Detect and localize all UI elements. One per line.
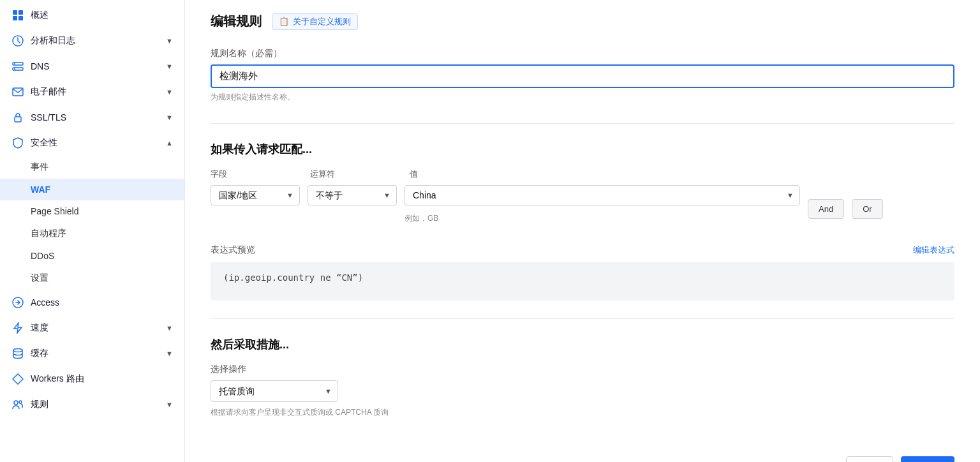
sidebar-label-cache: 缓存 (31, 348, 48, 359)
book-icon: 📋 (279, 17, 289, 26)
if-match-section: 如果传入请求匹配... 字段 运算符 值 国家/地区 IP地址 URI路径 主机… (211, 142, 954, 224)
rule-name-input[interactable] (211, 64, 954, 88)
country-select-wrapper: China United States Germany France Japan… (405, 185, 800, 205)
operator-select[interactable]: 等于 不等于 包含 不包含 (308, 185, 397, 205)
svg-point-7 (14, 63, 15, 64)
field-labels-row: 字段 运算符 值 (211, 168, 954, 180)
sidebar-item-ssltls[interactable]: SSL/TLS ▼ (0, 105, 184, 130)
sidebar-label-email: 电子邮件 (31, 86, 66, 98)
svg-point-8 (14, 68, 15, 70)
country-select[interactable]: China United States Germany France Japan (405, 185, 800, 205)
email-icon (11, 86, 24, 98)
expression-preview-section: 表达式预览 编辑表达式 (ip.geoip.country ne “CN”) (211, 244, 954, 301)
chevron-down-icon: ▼ (166, 324, 173, 332)
chevron-down-icon: ▼ (166, 350, 173, 357)
action-hint-text: 根据请求向客户呈现非交互式质询或 CAPTCHA 质询 (211, 407, 954, 418)
action-select-wrapper: 托管质询 阻止 允许 JS质询 绕过 记录 ▼ (211, 380, 338, 402)
sidebar-item-dns[interactable]: DNS ▼ (0, 54, 184, 79)
sidebar-label-speed: 速度 (31, 322, 48, 334)
sidebar-sub-item-waf[interactable]: WAF (0, 179, 184, 200)
sidebar-item-workers[interactable]: Workers 路由 (0, 366, 184, 392)
about-custom-rules-link[interactable]: 📋 关于自定义规则 (272, 13, 358, 30)
expression-header: 表达式预览 编辑表达式 (211, 244, 954, 256)
field-select[interactable]: 国家/地区 IP地址 URI路径 主机名 (211, 185, 300, 205)
sidebar: 概述 分析和日志 ▼ DNS ▼ 电子邮件 ▼ SSL/TLS ▼ 安全性 ▲ (0, 0, 185, 462)
users-icon (11, 398, 24, 411)
sidebar-item-cache[interactable]: 缓存 ▼ (0, 341, 184, 366)
main-content: 编辑规则 📋 关于自定义规则 规则名称（必需） 为规则指定描述性名称。 如果传入… (185, 0, 980, 462)
svg-rect-3 (19, 16, 23, 20)
about-link-label: 关于自定义规则 (293, 16, 351, 27)
sidebar-sub-item-pageshield[interactable]: Page Shield (0, 200, 184, 222)
sidebar-sub-label-ddos: DDoS (31, 251, 54, 261)
chevron-up-icon: ▲ (166, 139, 173, 147)
sidebar-sub-label-pageshield: Page Shield (31, 206, 79, 216)
svg-rect-2 (13, 16, 17, 20)
action-section: 然后采取措施... 选择操作 托管质询 阻止 允许 JS质询 绕过 记录 ▼ 根… (211, 337, 954, 418)
lock-icon (11, 111, 24, 124)
action-select[interactable]: 托管质询 阻止 允许 JS质询 绕过 记录 (211, 380, 338, 402)
svg-rect-9 (13, 88, 23, 96)
footer-buttons: 取消 保存 (211, 443, 954, 462)
chevron-down-icon: ▼ (166, 401, 173, 408)
svg-marker-12 (14, 323, 22, 333)
sidebar-sub-label-settings: 设置 (31, 272, 48, 284)
svg-point-16 (19, 401, 22, 403)
field-col-label: 字段 (211, 168, 305, 180)
operator-col-label: 运算符 (310, 168, 405, 180)
sidebar-sub-label-events: 事件 (31, 161, 48, 173)
cancel-button[interactable]: 取消 (846, 456, 893, 462)
sidebar-sub-label-waf: WAF (31, 184, 50, 195)
sidebar-sub-item-bot[interactable]: 自动程序 (0, 222, 184, 245)
clock-icon (11, 34, 24, 47)
sidebar-item-rules[interactable]: 规则 ▼ (0, 392, 184, 417)
grid-icon (11, 9, 24, 22)
page-title: 编辑规则 (211, 13, 262, 30)
sidebar-item-access[interactable]: Access (0, 290, 184, 315)
action-select-label: 选择操作 (211, 364, 954, 375)
country-example-text: 例如，GB (405, 213, 800, 224)
sidebar-item-analytics[interactable]: 分析和日志 ▼ (0, 28, 184, 54)
sidebar-item-overview[interactable]: 概述 (0, 3, 184, 28)
field-select-wrapper: 国家/地区 IP地址 URI路径 主机名 ▼ (211, 185, 300, 205)
sidebar-sub-item-settings[interactable]: 设置 (0, 267, 184, 290)
sidebar-label-workers: Workers 路由 (31, 373, 84, 385)
svg-rect-0 (13, 10, 17, 15)
expression-preview-label: 表达式预览 (211, 244, 255, 256)
dns-icon (11, 60, 24, 73)
rule-name-label: 规则名称（必需） (211, 48, 954, 59)
expression-value: (ip.geoip.country ne “CN”) (223, 272, 363, 283)
and-button[interactable]: And (808, 199, 844, 219)
sidebar-item-security[interactable]: 安全性 ▲ (0, 130, 184, 156)
sidebar-label-access: Access (31, 297, 59, 308)
svg-marker-14 (13, 374, 23, 384)
sidebar-sub-item-events[interactable]: 事件 (0, 156, 184, 179)
sidebar-label-overview: 概述 (31, 10, 48, 21)
svg-rect-1 (19, 10, 23, 15)
sidebar-sub-item-ddos[interactable]: DDoS (0, 245, 184, 267)
database-icon (11, 347, 24, 360)
sidebar-item-speed[interactable]: 速度 ▼ (0, 315, 184, 341)
action-heading: 然后采取措施... (211, 337, 954, 352)
sidebar-label-security: 安全性 (31, 137, 57, 149)
sidebar-item-email[interactable]: 电子邮件 ▼ (0, 79, 184, 105)
expression-box: (ip.geoip.country ne “CN”) (211, 262, 954, 301)
svg-point-13 (13, 349, 22, 352)
rule-name-section: 规则名称（必需） 为规则指定描述性名称。 (211, 48, 954, 103)
svg-rect-10 (15, 117, 21, 122)
sidebar-label-rules: 规则 (31, 399, 48, 410)
shield-icon (11, 137, 24, 149)
sidebar-sub-label-bot: 自动程序 (31, 228, 66, 239)
value-col-label: 值 (410, 168, 418, 180)
condition-row: 国家/地区 IP地址 URI路径 主机名 ▼ 等于 不等于 包含 不包含 ▼ (211, 185, 954, 224)
chevron-down-icon: ▼ (166, 114, 173, 121)
sidebar-label-ssltls: SSL/TLS (31, 112, 66, 123)
chevron-down-icon: ▼ (166, 63, 173, 70)
arrow-circle-icon (11, 296, 24, 309)
or-button[interactable]: Or (852, 199, 882, 219)
chevron-down-icon: ▼ (166, 37, 173, 45)
sidebar-label-dns: DNS (31, 61, 50, 71)
save-button[interactable]: 保存 (901, 456, 954, 462)
lightning-icon (11, 322, 24, 334)
edit-expression-link[interactable]: 编辑表达式 (913, 244, 954, 256)
